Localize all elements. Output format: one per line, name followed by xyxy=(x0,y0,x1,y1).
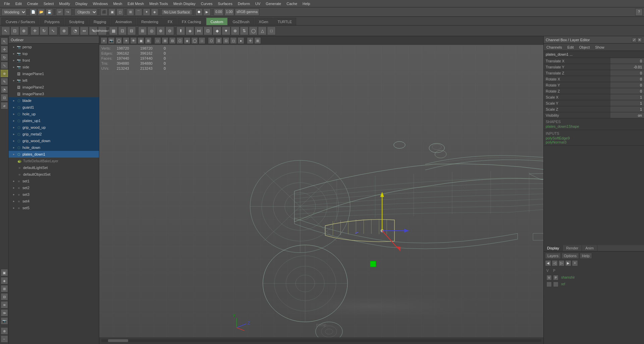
tab-rendering[interactable]: Rendering xyxy=(137,18,163,25)
select-obj-btn[interactable]: ⬛ xyxy=(100,8,108,16)
left-uv-edit-btn[interactable]: ⊞ xyxy=(1,285,8,292)
outliner-item-imageplane3[interactable]: 🖼 imagePlane3 xyxy=(9,91,99,97)
shrink-sel-btn[interactable]: ⊖ xyxy=(165,26,174,35)
flip-btn[interactable]: ⇅ xyxy=(240,26,249,35)
expand-set2[interactable]: ▸ xyxy=(11,185,16,190)
vp-panels-btn[interactable]: ⊞ xyxy=(145,37,152,44)
menu-generate[interactable]: Generate xyxy=(263,1,284,6)
expand-side[interactable]: ▸ xyxy=(11,65,16,69)
vp-layout-single-btn[interactable]: □ xyxy=(154,37,161,44)
select-comp-btn[interactable]: ◻ xyxy=(116,8,124,16)
menu-windows[interactable]: Windows xyxy=(90,1,111,6)
outliner-item-side[interactable]: ▸ 📷 side xyxy=(9,64,99,70)
left-extra-btn[interactable]: ⊕ xyxy=(1,327,8,335)
left-hypershade-btn[interactable]: ◈ xyxy=(1,277,8,284)
expand-persp[interactable]: ▸ xyxy=(11,45,16,49)
outliner-item-plates-up1[interactable]: ▸ ⬡ plates_up1 xyxy=(9,117,99,124)
outliner-item-grip-wood-down[interactable]: ▸ ⬡ grip_wood_down xyxy=(9,137,99,144)
menu-help[interactable]: Help xyxy=(300,1,313,6)
ch-val-vis[interactable]: on xyxy=(610,112,644,118)
tab-fx-caching[interactable]: FX Caching xyxy=(177,18,205,25)
outliner-item-set1[interactable]: ▸ ○ set1 xyxy=(9,178,99,184)
channel-scale-z[interactable]: Scale Z 1 xyxy=(544,106,644,112)
left-show-manip-btn[interactable]: ⊕ xyxy=(1,70,8,77)
left-move-btn[interactable]: ✛ xyxy=(1,46,8,53)
extrude-btn[interactable]: ⬆ xyxy=(176,26,185,35)
bevel-btn[interactable]: ◈ xyxy=(185,26,194,35)
channel-visibility[interactable]: Visibility on xyxy=(544,112,644,118)
menu-file[interactable]: File xyxy=(1,1,13,6)
layer-row-ref[interactable]: ref xyxy=(545,281,643,288)
left-tweak-btn[interactable]: ⊡ xyxy=(1,94,8,101)
ch-val-sx[interactable]: 1 xyxy=(610,94,644,100)
lasso-select-btn[interactable]: ⊡ xyxy=(10,26,19,35)
open-file-btn[interactable]: 📂 xyxy=(38,8,45,16)
ch-val-sy[interactable]: 1 xyxy=(610,100,644,106)
snap-grid-btn[interactable]: ⊞ xyxy=(127,8,134,16)
vp-show-btn[interactable]: 👁 xyxy=(130,37,137,44)
vp-shading-btn[interactable]: ◯ xyxy=(115,37,122,44)
weld-btn[interactable]: ⊕ xyxy=(231,26,239,35)
gamma-val-btn[interactable]: 0.00 xyxy=(214,8,223,16)
tab-rigging[interactable]: Rigging xyxy=(89,18,110,25)
menu-edit-mesh[interactable]: Edit Mesh xyxy=(125,1,147,6)
left-paint-btn[interactable]: ✎ xyxy=(1,78,8,85)
rpb-tab-display[interactable]: Display xyxy=(544,245,563,251)
expand-grip-wood-down[interactable]: ▸ xyxy=(11,138,16,143)
menu-mesh-tools[interactable]: Mesh Tools xyxy=(147,1,170,6)
save-file-btn[interactable]: 💾 xyxy=(46,8,53,16)
undo-btn[interactable]: ↩ xyxy=(56,8,63,16)
ch-val-sz[interactable]: 1 xyxy=(610,106,644,112)
vp-smooth-btn[interactable]: ◯ xyxy=(191,37,198,44)
ch-val-tz[interactable]: 0 xyxy=(610,70,644,76)
ch-val-rx[interactable]: 0 xyxy=(610,76,644,82)
loop-sel-btn[interactable]: ⊞ xyxy=(138,26,147,35)
vp-cam-btn[interactable]: 📷 xyxy=(108,37,115,44)
layer-row-shamshir[interactable]: V P shamshir xyxy=(545,274,643,281)
menu-deform[interactable]: Deform xyxy=(235,1,253,6)
left-select-btn[interactable]: ↖ xyxy=(1,38,8,45)
vp-layout-3-btn[interactable]: ⊟ xyxy=(169,37,176,44)
channel-translate-z[interactable]: Translate Z 0 xyxy=(544,70,644,76)
outliner-item-set2[interactable]: ▸ ○ set2 xyxy=(9,184,99,191)
sym-btn[interactable]: ⇔ xyxy=(80,26,89,35)
expand-top[interactable]: ▸ xyxy=(11,51,16,56)
expand-blade[interactable]: ▸ xyxy=(11,98,16,103)
move-tool-btn[interactable]: ✛ xyxy=(31,26,39,35)
channel-scale-x[interactable]: Scale X 1 xyxy=(544,94,644,100)
layer-add-btn[interactable]: + xyxy=(572,260,578,266)
vp-backface-btn[interactable]: ◻ xyxy=(230,37,237,44)
vp-flat-btn[interactable]: □ xyxy=(199,37,205,44)
menu-surfaces[interactable]: Surfaces xyxy=(215,1,235,6)
rpb-tab-anim[interactable]: Anim xyxy=(582,245,597,251)
paint-select-btn[interactable]: ⊕ xyxy=(19,26,28,35)
render-settings-btn[interactable]: 🔲 xyxy=(195,8,203,16)
outliner-item-turtle-layer[interactable]: 🐢 TurtleDefaultBakeLayer xyxy=(9,158,99,164)
left-sculpt-btn[interactable]: ◔ xyxy=(1,86,8,93)
outliner-item-front[interactable]: ▸ 📷 front xyxy=(9,57,99,64)
rotate-tool-btn[interactable]: ↻ xyxy=(40,26,48,35)
triangulate-btn[interactable]: △ xyxy=(258,26,267,35)
vp-layout-4-btn[interactable]: ⊞ xyxy=(162,37,168,44)
snap-point-btn[interactable]: ✦ xyxy=(143,8,150,16)
select-tool-btn[interactable]: ↖ xyxy=(1,26,10,35)
menu-select[interactable]: Select xyxy=(41,1,57,6)
outliner-item-guard1[interactable]: ▸ ⬡ guard1 xyxy=(9,104,99,111)
channel-rotate-z[interactable]: Rotate Z 0 xyxy=(544,88,644,94)
left-lasso-btn[interactable]: ⌀ xyxy=(1,102,8,109)
ring-sel-btn[interactable]: ◎ xyxy=(147,26,156,35)
left-script-btn[interactable]: ≫ xyxy=(1,309,8,317)
no-live-surface-btn[interactable]: No Live Surface xyxy=(161,9,192,15)
help-btn[interactable]: ? xyxy=(635,8,643,16)
frame-sel-btn[interactable]: ⊟ xyxy=(127,26,136,35)
quad-btn[interactable]: □ xyxy=(267,26,276,35)
frame-all-btn[interactable]: ⊡ xyxy=(118,26,127,35)
menu-mesh[interactable]: Mesh xyxy=(110,1,125,6)
outliner-item-hole-up[interactable]: ▸ ⬡ hole_up xyxy=(9,111,99,117)
menu-edit[interactable]: Edit xyxy=(13,1,24,6)
expand-set1[interactable]: ▸ xyxy=(11,179,16,183)
show-menu[interactable]: Show xyxy=(592,45,607,50)
left-blend-shapes-btn[interactable]: ≋ xyxy=(1,301,8,308)
channel-translate-x[interactable]: Translate X 0 xyxy=(544,58,644,64)
rpb-tab-render[interactable]: Render xyxy=(563,245,582,251)
